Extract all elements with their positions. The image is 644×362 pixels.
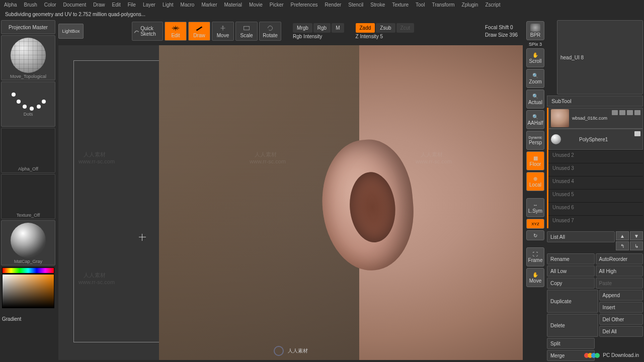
scroll-button[interactable]: ✋Scroll bbox=[526, 48, 544, 67]
local-button[interactable]: ⊕Local bbox=[526, 172, 544, 191]
menu-file[interactable]: File bbox=[128, 2, 136, 8]
lightbox-button[interactable]: LightBox bbox=[58, 24, 84, 39]
head-item[interactable]: head_UI 8 bbox=[557, 20, 643, 95]
append-button[interactable]: Append bbox=[599, 290, 643, 301]
insert-button[interactable]: Insert bbox=[599, 302, 643, 313]
xyz-button[interactable]: XYZ bbox=[526, 219, 544, 229]
z-intensity-label: Z Intensity 5 bbox=[356, 34, 414, 39]
texture-selector[interactable]: Texture_Off bbox=[1, 174, 55, 219]
menu-transform[interactable]: Transform bbox=[432, 2, 454, 8]
alpha-selector[interactable]: Alpha_Off bbox=[1, 128, 55, 173]
brush-selector[interactable]: Move_Topological bbox=[1, 35, 55, 80]
menu-picker[interactable]: Picker bbox=[270, 2, 284, 8]
subtool-item[interactable]: PolySphere1 bbox=[548, 129, 643, 150]
menu-stroke[interactable]: Stroke bbox=[370, 2, 385, 8]
redo-button[interactable]: ↻ bbox=[526, 230, 544, 240]
subtool-label: PolySphere1 bbox=[579, 137, 608, 142]
menu-alpha[interactable]: Alpha bbox=[4, 2, 17, 8]
m-button[interactable]: M bbox=[332, 23, 344, 33]
subtool-visibility-icons[interactable] bbox=[634, 131, 640, 136]
lsym-button[interactable]: ↔L.Sym bbox=[526, 198, 544, 217]
bottom-watermark: 人人素材 bbox=[274, 346, 308, 356]
split-button[interactable]: Split bbox=[547, 338, 595, 349]
menu-zscript[interactable]: Zscript bbox=[485, 2, 500, 8]
menu-light[interactable]: Light bbox=[163, 2, 174, 8]
unused-slot[interactable]: Unused 5 bbox=[548, 189, 643, 202]
viewport[interactable]: 人人素材 www.rr-sc.com 人人素材 www.rr-sc.com 人人… bbox=[58, 45, 523, 360]
paste-button[interactable]: Paste bbox=[596, 278, 643, 289]
saturation-box[interactable] bbox=[2, 274, 54, 308]
menu-edit[interactable]: Edit bbox=[112, 2, 121, 8]
rotate-icon bbox=[266, 25, 275, 32]
bpr-icon bbox=[530, 24, 540, 32]
unused-slot[interactable]: Unused 6 bbox=[548, 202, 643, 215]
menu-texture[interactable]: Texture bbox=[392, 2, 409, 8]
frame-button[interactable]: ⛶Frame bbox=[526, 247, 544, 266]
subtool-item[interactable]: wbsad_018c.com bbox=[548, 108, 643, 129]
menu-draw[interactable]: Draw bbox=[93, 2, 105, 8]
allhigh-button[interactable]: All High bbox=[596, 265, 643, 277]
up-arrow-button[interactable]: ▲ bbox=[616, 231, 629, 240]
draw-button[interactable]: Draw bbox=[188, 22, 210, 41]
bpr-button[interactable]: BPR bbox=[526, 21, 544, 40]
down-arrow-button[interactable]: ▼ bbox=[630, 231, 643, 240]
zcut-button[interactable]: Zcut bbox=[396, 23, 414, 33]
menu-document[interactable]: Document bbox=[63, 2, 87, 8]
unused-slot[interactable]: Unused 4 bbox=[548, 176, 643, 189]
projection-master-button[interactable]: Projection Master bbox=[1, 20, 55, 34]
actual-button[interactable]: 🔍Actual bbox=[526, 89, 544, 109]
aahalf-button[interactable]: 🔍AAHalf bbox=[526, 110, 544, 129]
zadd-button[interactable]: Zadd bbox=[356, 23, 375, 33]
menu-brush[interactable]: Brush bbox=[24, 2, 37, 8]
delete-button[interactable]: Delete bbox=[547, 314, 598, 337]
menu-stencil[interactable]: Stencil bbox=[348, 2, 363, 8]
scale-button[interactable]: Scale bbox=[235, 22, 258, 41]
menu-zplugin[interactable]: Zplugin bbox=[462, 2, 478, 8]
persp-button[interactable]: DynamicPersp bbox=[526, 131, 544, 150]
floor-button[interactable]: ▦Floor bbox=[526, 151, 544, 170]
quicksketch-button[interactable]: Quick Sketch bbox=[132, 22, 163, 41]
menu-material[interactable]: Material bbox=[224, 2, 243, 8]
duplicate-button[interactable]: Duplicate bbox=[547, 290, 598, 313]
subtool-header[interactable]: SubTool bbox=[547, 96, 643, 107]
list-all-button[interactable]: List All bbox=[547, 231, 615, 242]
menu-movie[interactable]: Movie bbox=[249, 2, 263, 8]
menu-tool[interactable]: Tool bbox=[416, 2, 425, 8]
rgb-button[interactable]: Rgb bbox=[313, 23, 331, 33]
subtool-visibility-icons[interactable] bbox=[612, 110, 640, 115]
hue-strip[interactable] bbox=[2, 267, 54, 274]
swap-up-button[interactable]: ↰ bbox=[616, 241, 629, 250]
menu-macro[interactable]: Macro bbox=[181, 2, 195, 8]
menu-marker[interactable]: Marker bbox=[201, 2, 217, 8]
zsub-button[interactable]: Zsub bbox=[376, 23, 395, 33]
menu-color[interactable]: Color bbox=[44, 2, 56, 8]
move-view-button[interactable]: ✋Move bbox=[526, 268, 544, 287]
delother-button[interactable]: Del Other bbox=[599, 314, 643, 325]
rotate-button[interactable]: Rotate bbox=[259, 22, 281, 41]
mrgb-button[interactable]: Mrgb bbox=[293, 23, 312, 33]
menu-render[interactable]: Render bbox=[325, 2, 342, 8]
menu-bar: AlphaBrushColorDocumentDrawEditFileLayer… bbox=[0, 0, 644, 10]
move-button[interactable]: Move bbox=[212, 22, 234, 41]
zoom-button[interactable]: 🔍Zoom bbox=[526, 69, 544, 88]
color-picker[interactable] bbox=[1, 266, 55, 314]
menu-layer[interactable]: Layer bbox=[143, 2, 155, 8]
pc-download-watermark: PC Download.in bbox=[586, 352, 639, 358]
delall-button[interactable]: Del All bbox=[599, 326, 643, 337]
swap-down-button[interactable]: ↳ bbox=[630, 241, 643, 250]
unused-slot[interactable]: Unused 7 bbox=[548, 215, 643, 228]
swap-icon: ↰ bbox=[620, 243, 624, 249]
menu-preferences[interactable]: Preferences bbox=[291, 2, 318, 8]
watermark: 人人素材 bbox=[84, 151, 106, 158]
unused-slot[interactable]: Unused 2 bbox=[548, 150, 643, 163]
stroke-selector[interactable]: Dots bbox=[1, 81, 55, 127]
unused-slot[interactable]: Unused 3 bbox=[548, 163, 643, 176]
autoreorder-button[interactable]: AutoReorder bbox=[596, 253, 643, 264]
alllow-button[interactable]: All Low bbox=[547, 265, 595, 277]
redo-icon: ↻ bbox=[533, 233, 537, 238]
focal-shift-label: Focal Shift 0 bbox=[485, 25, 518, 30]
copy-button[interactable]: Copy bbox=[547, 278, 595, 289]
material-selector[interactable]: MatCap_Gray bbox=[1, 220, 55, 265]
edit-button[interactable]: Edit bbox=[165, 22, 187, 41]
rename-button[interactable]: Rename bbox=[547, 253, 595, 264]
